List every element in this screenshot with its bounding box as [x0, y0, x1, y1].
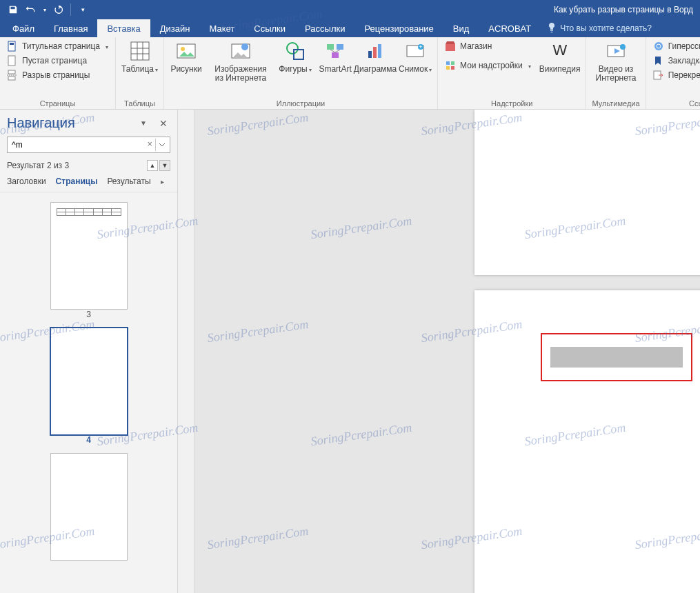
next-result-button[interactable]: ▼: [159, 160, 170, 171]
online-video-button[interactable]: Видео из Интернета: [592, 40, 639, 83]
nav-tab-headings[interactable]: Заголовки: [7, 177, 46, 186]
clear-search-icon[interactable]: ×: [147, 139, 152, 149]
nav-tab-results[interactable]: Результаты: [107, 177, 150, 186]
hyperlink-icon: [653, 41, 664, 52]
group-tables-label: Таблицы: [121, 98, 158, 108]
crossref-icon: [653, 70, 664, 81]
page-thumbnail[interactable]: [50, 202, 128, 310]
shapes-button[interactable]: Фигуры: [279, 40, 312, 74]
search-dropdown-icon[interactable]: [155, 139, 168, 151]
blank-page-icon: [7, 55, 18, 66]
store-button[interactable]: Магазин: [443, 40, 532, 52]
svg-rect-4: [8, 77, 15, 80]
tab-mailings[interactable]: Рассылки: [295, 19, 354, 37]
hyperlink-button[interactable]: Гиперссылка: [652, 40, 700, 52]
tab-insert[interactable]: Вставка: [97, 19, 150, 37]
bookmark-icon: [653, 55, 664, 66]
qat-separator: [70, 3, 71, 16]
group-addins: Магазин Мои надстройки W Википедия Надст…: [438, 37, 586, 109]
svg-rect-29: [446, 61, 450, 65]
svg-rect-19: [332, 52, 339, 58]
cover-page-button[interactable]: Титульная страница: [6, 40, 110, 52]
chart-button[interactable]: Диаграмма: [359, 40, 392, 74]
online-pictures-icon: [230, 40, 252, 62]
blank-page-button[interactable]: Пустая страница: [6, 54, 110, 67]
svg-rect-16: [294, 50, 303, 59]
nav-options-dropdown[interactable]: ▼: [137, 118, 150, 128]
thumbnail-table-preview: [57, 208, 121, 217]
svg-point-14: [241, 43, 248, 50]
undo-icon[interactable]: [23, 2, 39, 17]
page-break-button[interactable]: Разрыв страницы: [6, 69, 110, 81]
screenshot-label: Снимок: [399, 64, 428, 74]
customize-qat-icon[interactable]: ▾: [75, 2, 90, 17]
svg-rect-18: [337, 44, 343, 50]
workspace: Навигация ▼ ✕ × Результат 2 из 3 ▲ ▼ Заг…: [0, 110, 700, 593]
store-icon: [445, 41, 456, 52]
save-icon[interactable]: [6, 2, 21, 17]
table-icon: [129, 40, 151, 62]
document-area[interactable]: [178, 110, 700, 593]
close-icon[interactable]: ✕: [157, 117, 170, 130]
svg-point-12: [181, 47, 185, 51]
search-input[interactable]: [7, 137, 170, 153]
shapes-label: Фигуры: [279, 64, 307, 74]
tab-view[interactable]: Вид: [443, 19, 479, 37]
undo-dropdown-icon[interactable]: ▾: [41, 2, 48, 17]
nav-tab-pages[interactable]: Страницы: [56, 177, 98, 186]
group-links: Гиперссылка Закладка Перекрестная ссылка…: [646, 37, 700, 109]
page-thumbnail[interactable]: [50, 328, 128, 435]
svg-line-21: [335, 50, 340, 52]
online-pictures-button[interactable]: Изображения из Интернета: [210, 40, 272, 83]
vertical-ruler: [178, 110, 194, 593]
cover-page-label: Титульная страница: [22, 41, 100, 51]
page-break-label: Разрыв страницы: [22, 70, 90, 80]
svg-rect-28: [446, 44, 455, 51]
tab-home[interactable]: Главная: [44, 19, 97, 37]
svg-rect-2: [8, 56, 15, 66]
my-addins-button[interactable]: Мои надстройки: [443, 59, 532, 72]
pictures-button[interactable]: Рисунки: [170, 40, 203, 74]
table-button[interactable]: Таблица: [121, 40, 158, 74]
shapes-icon: [284, 40, 306, 62]
tab-design[interactable]: Дизайн: [150, 19, 200, 37]
addins-icon: [445, 60, 456, 71]
tab-file[interactable]: Файл: [3, 19, 44, 37]
store-label: Магазин: [460, 41, 492, 51]
tab-acrobat[interactable]: ACROBAT: [479, 19, 541, 37]
thumbnail-page-number: 3: [50, 310, 128, 319]
screenshot-button[interactable]: + Снимок: [399, 40, 432, 74]
smartart-button[interactable]: SmartArt: [319, 40, 352, 74]
tab-review[interactable]: Рецензирование: [354, 19, 443, 37]
quick-access-toolbar: ▾ ▾: [0, 2, 96, 17]
lightbulb-icon: [548, 23, 556, 34]
bookmark-button[interactable]: Закладка: [652, 54, 700, 67]
bookmark-label: Закладка: [668, 56, 700, 66]
group-pages-label: Страницы: [6, 98, 110, 108]
tab-layout[interactable]: Макет: [199, 19, 244, 37]
svg-rect-3: [8, 70, 15, 74]
tell-me[interactable]: Что вы хотите сделать?: [541, 19, 659, 37]
cover-page-icon: [7, 41, 18, 52]
document-page[interactable]: [474, 290, 700, 593]
page-thumbnail[interactable]: [50, 453, 128, 561]
wikipedia-icon: W: [549, 40, 571, 62]
title-bar: ▾ ▾ Как убрать разрыв страницы в Ворд: [0, 0, 700, 19]
wikipedia-button[interactable]: W Википедия: [539, 40, 581, 74]
group-addins-label: Надстройки: [443, 98, 580, 108]
group-illustrations-label: Иллюстрации: [170, 98, 432, 108]
navigation-search: ×: [7, 137, 170, 153]
nav-tabs-more[interactable]: ▸: [161, 178, 164, 185]
document-title: Как убрать разрыв страницы в Ворд: [96, 5, 700, 14]
svg-rect-31: [446, 66, 450, 70]
prev-result-button[interactable]: ▲: [147, 160, 158, 171]
tab-references[interactable]: Ссылки: [244, 19, 295, 37]
my-addins-label: Мои надстройки: [460, 61, 523, 70]
page-break-icon: [7, 70, 18, 81]
cross-reference-button[interactable]: Перекрестная ссылка: [652, 69, 700, 81]
redo-icon[interactable]: [51, 2, 66, 17]
wikipedia-label: Википедия: [539, 65, 581, 74]
smartart-label: SmartArt: [319, 65, 351, 74]
screenshot-icon: +: [404, 40, 426, 62]
document-page[interactable]: [474, 110, 700, 275]
